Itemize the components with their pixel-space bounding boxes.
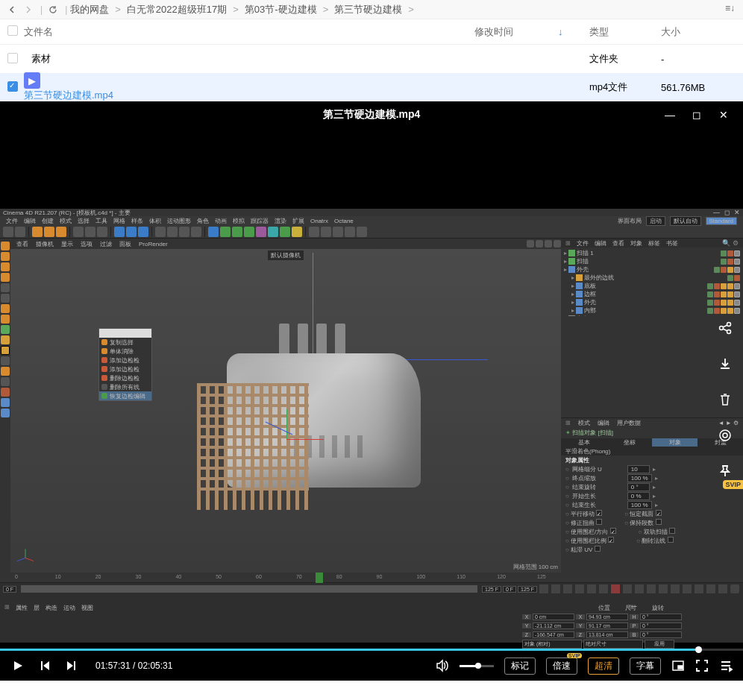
tool-scale-icon[interactable]	[44, 227, 54, 237]
ctx-item[interactable]: 删除边检检	[99, 373, 151, 382]
file-row[interactable]: ▶第三节硬边建模.mp4 mp4文件 561.76MB	[0, 73, 743, 101]
mode-icon[interactable]	[1, 377, 10, 386]
quality-button[interactable]: 超清	[588, 658, 619, 675]
vp-nav-icon[interactable]	[527, 240, 534, 247]
menu-item[interactable]: 创建	[42, 217, 54, 225]
vp-tab[interactable]: 摄像机	[36, 240, 54, 248]
tool-icon[interactable]	[155, 227, 166, 237]
mode-icon[interactable]	[1, 409, 10, 417]
coord-mode-select[interactable]: 对象 (相对)	[522, 640, 582, 649]
tool-icon[interactable]	[321, 227, 331, 237]
r-tab[interactable]: 对象	[630, 239, 642, 247]
attr-subtab[interactable]: 坐标	[606, 438, 652, 447]
ctx-item[interactable]: 复制选择	[99, 338, 151, 347]
attr-tab[interactable]: 编辑	[598, 419, 609, 427]
play-button[interactable]	[10, 658, 25, 673]
mode-icon[interactable]	[1, 335, 10, 344]
menu-item[interactable]: 角色	[197, 217, 209, 225]
bt-tab[interactable]: 属性	[16, 604, 28, 611]
nav-refresh-button[interactable]	[46, 2, 60, 17]
tl-btn-icon[interactable]	[718, 584, 727, 593]
close-button[interactable]: ✕	[710, 104, 737, 125]
layout-select[interactable]: 启动	[646, 216, 665, 226]
menu-item[interactable]: 跟踪器	[251, 217, 269, 225]
pip-button[interactable]	[671, 659, 685, 672]
ctx-item[interactable]: 添加边检检	[99, 365, 151, 373]
maximize-button[interactable]: ◻	[683, 104, 710, 125]
vp-nav-icon[interactable]	[554, 240, 561, 247]
ctx-item[interactable]: 单体消除	[99, 347, 151, 356]
attr-field[interactable]: 100 %	[627, 474, 652, 482]
attr-tab[interactable]: 模式	[578, 419, 590, 427]
mode-icon[interactable]	[1, 346, 10, 355]
vp-nav-icon[interactable]	[545, 240, 552, 247]
nav-fwd-button[interactable]	[21, 2, 36, 17]
download-button[interactable]	[707, 346, 743, 382]
c4d-close-icon[interactable]: ✕	[734, 209, 740, 216]
r-tab[interactable]: 编辑	[595, 239, 606, 247]
object-row[interactable]: ▸外壳	[564, 265, 740, 274]
r-tab[interactable]: 书签	[666, 239, 678, 247]
object-row[interactable]: ▸扫描 1	[564, 249, 740, 257]
mode-icon[interactable]	[1, 283, 10, 292]
video-progress[interactable]	[0, 649, 743, 651]
vp-tab[interactable]: 查看	[16, 240, 28, 248]
menu-item[interactable]: Onatrx	[310, 218, 328, 224]
minimize-button[interactable]: —	[656, 104, 683, 125]
layout-select2[interactable]: 默认自动	[670, 216, 701, 226]
tl-btn-icon[interactable]	[683, 584, 692, 593]
coord-size-select[interactable]: 绝对尺寸	[583, 640, 643, 649]
attr-checkbox[interactable]	[595, 546, 601, 552]
tl-key-icon[interactable]	[623, 584, 632, 593]
attr-checkbox[interactable]	[610, 528, 616, 534]
menu-item[interactable]: 编辑	[24, 217, 36, 225]
coord-apply-button[interactable]: 应用	[645, 640, 674, 649]
tool-x-icon[interactable]	[114, 227, 125, 237]
tool-camera-icon[interactable]	[280, 227, 290, 237]
attr-tab[interactable]: 用户数据	[617, 419, 641, 427]
crumb-2[interactable]: 第03节-硬边建模	[245, 3, 317, 16]
vp-tab[interactable]: 面板	[119, 240, 131, 248]
bt-tab[interactable]: 构造	[46, 604, 57, 611]
tool-icon[interactable]	[85, 227, 95, 237]
col-type-header[interactable]: 类型	[589, 25, 661, 39]
menu-item[interactable]: 体积	[149, 217, 161, 225]
tool-z-icon[interactable]	[138, 227, 148, 237]
row-checkbox[interactable]	[7, 53, 18, 63]
object-row[interactable]: ▸外壳	[564, 298, 740, 306]
coord-size[interactable]: 91.17 cm	[586, 622, 628, 629]
tl-prev-icon[interactable]	[551, 584, 560, 593]
attr-checkbox[interactable]	[608, 537, 614, 543]
record-button[interactable]	[707, 417, 743, 453]
mode-icon[interactable]	[1, 398, 10, 407]
volume-slider[interactable]	[460, 665, 494, 667]
tool-move-icon[interactable]	[32, 227, 43, 237]
attr-checkbox[interactable]	[656, 510, 662, 516]
tool-icon[interactable]	[357, 227, 367, 237]
coord-size[interactable]: 94.93 cm	[586, 614, 628, 620]
col-name-header[interactable]: 文件名	[24, 25, 474, 39]
attr-subtab[interactable]: 基本	[561, 438, 606, 447]
playlist-button[interactable]	[719, 659, 733, 672]
tool-generator-icon[interactable]	[232, 227, 242, 237]
file-row[interactable]: 素材 文件夹 -	[0, 45, 743, 73]
next-button[interactable]	[64, 658, 79, 673]
menu-item[interactable]: Octane	[334, 218, 354, 224]
object-manager[interactable]: ▸扫描 1▸扫描▸外壳▸最外的边线▸底板▸边框▸外壳▸内部▸空白	[561, 247, 743, 316]
attr-checkbox[interactable]	[596, 510, 602, 516]
sort-icon[interactable]: ≡↓	[725, 3, 739, 16]
attr-field[interactable]: 100 %	[627, 501, 652, 509]
c4d-min-icon[interactable]: —	[713, 209, 720, 216]
coord-rot[interactable]: 0 °	[640, 614, 682, 620]
vp-tab[interactable]: 过滤	[100, 240, 112, 248]
timeline-playhead[interactable]	[316, 573, 323, 583]
tl-play-icon[interactable]	[563, 584, 572, 593]
tl-btn-icon[interactable]	[671, 584, 680, 593]
tl-btn-icon[interactable]	[635, 584, 644, 593]
tl-start[interactable]: 0 F	[3, 586, 16, 593]
coord-pos[interactable]: 0 cm	[533, 614, 574, 620]
bt-tab[interactable]: 层	[34, 604, 40, 611]
tl-first-icon[interactable]	[539, 584, 548, 593]
vp-nav-icon[interactable]	[536, 240, 543, 247]
menu-item[interactable]: 网格	[113, 217, 125, 225]
